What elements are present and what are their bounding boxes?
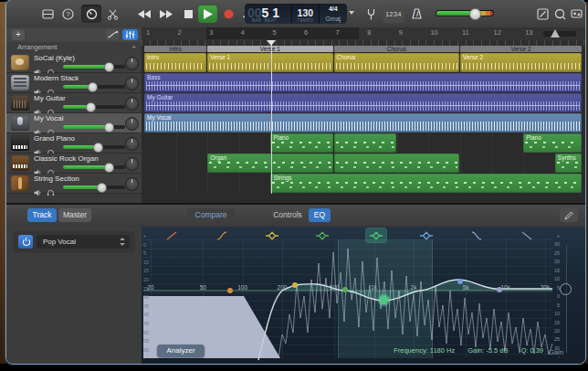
pan-knob[interactable] [125, 177, 139, 191]
library-button[interactable] [39, 5, 56, 23]
region[interactable]: Bass [144, 73, 582, 92]
compare-button[interactable]: Compare [187, 208, 235, 222]
bar-ruler[interactable]: 12345678910111213 [142, 27, 585, 40]
eq-band-3-button-peak[interactable] [262, 228, 282, 242]
track-header-row[interactable]: String Section [6, 174, 142, 194]
track-header-row[interactable]: SoCal (Kyle) [6, 53, 142, 73]
smart-controls-button[interactable] [81, 5, 101, 23]
track-volume-slider[interactable] [63, 165, 125, 169]
readout-gain[interactable]: Gain: -5.5 dB [467, 346, 508, 355]
volume-knob[interactable] [104, 122, 114, 132]
pan-knob[interactable] [125, 97, 139, 111]
gain-slider-track[interactable] [566, 245, 567, 353]
pan-knob[interactable] [125, 57, 139, 70]
master-volume-knob[interactable] [469, 8, 481, 20]
region[interactable]: Verse 1 [207, 53, 332, 72]
eq-band-6-button-peak[interactable] [416, 228, 436, 242]
forward-button[interactable] [157, 5, 175, 23]
zoom-slider-knob[interactable] [551, 29, 560, 37]
master-volume-slider[interactable] [436, 10, 494, 16]
volume-knob[interactable] [104, 163, 114, 173]
track-header-row[interactable]: My Guitar [6, 93, 142, 113]
track-volume-slider[interactable] [63, 65, 125, 69]
analyzer-toggle-button[interactable]: Analyzer [157, 344, 205, 357]
pan-knob[interactable] [125, 157, 139, 171]
count-in-button[interactable]: 1234 [383, 5, 404, 23]
lcd-key-section[interactable]: 4/4 Gmaj [320, 4, 347, 24]
track-header-row[interactable]: Modern Stack [6, 73, 142, 93]
eq-band-7-button-highshelf[interactable] [467, 228, 487, 242]
eq-band-handle[interactable] [342, 287, 348, 292]
gain-slider-knob[interactable] [560, 283, 572, 295]
pan-knob[interactable] [125, 137, 139, 151]
eq-band-4-button-peak[interactable] [312, 228, 332, 242]
arrangement-marker[interactable]: Verse 2 [460, 46, 582, 52]
stop-button[interactable] [180, 5, 196, 23]
record-button[interactable] [220, 5, 237, 23]
play-button[interactable] [198, 5, 217, 23]
track-mixer-button[interactable] [122, 29, 138, 40]
track-volume-slider[interactable] [63, 125, 125, 129]
track-header-row[interactable]: Classic Rock Organ [6, 154, 142, 174]
eq-band-handle[interactable] [457, 279, 463, 284]
rewind-button[interactable] [135, 5, 153, 23]
add-arrangement-marker-button[interactable]: + [132, 42, 136, 53]
readout-q[interactable]: Q: 0.39 [520, 346, 543, 355]
volume-knob[interactable] [97, 183, 107, 193]
volume-knob[interactable] [93, 143, 103, 153]
plugin-power-button[interactable] [18, 235, 33, 249]
tab-controls[interactable]: Controls [268, 208, 307, 222]
track-volume-slider[interactable] [63, 145, 125, 149]
volume-knob[interactable] [86, 102, 96, 112]
edit-plugins-button[interactable] [560, 208, 578, 222]
volume-knob[interactable] [104, 62, 114, 72]
lcd-display[interactable]: 005 1 BAR BEAT 130 TEMPO 4/4 Gmaj [245, 4, 347, 24]
zoom-slider[interactable] [543, 31, 576, 37]
lcd-mode-chevron-icon[interactable] [349, 11, 354, 15]
playhead-handle[interactable] [267, 40, 276, 46]
mute-button[interactable] [34, 184, 42, 200]
lcd-tempo-section[interactable]: 130 TEMPO [292, 4, 319, 24]
track-view-button[interactable]: Track [27, 208, 57, 222]
pan-knob[interactable] [125, 117, 139, 131]
preset-dropdown[interactable]: Pop Vocal [37, 235, 130, 249]
region[interactable]: Synths [555, 154, 582, 173]
solo-button[interactable] [47, 184, 55, 200]
pan-knob[interactable] [125, 77, 139, 90]
track-volume-slider[interactable] [63, 85, 125, 89]
track-header-row[interactable]: Grand Piano [6, 133, 142, 154]
tuner-button[interactable] [363, 5, 378, 23]
region[interactable]: Strings [270, 174, 582, 193]
arrangement-marker[interactable]: Intro [144, 46, 206, 52]
notepad-button[interactable] [534, 5, 551, 23]
lcd-position-section[interactable]: 005 1 BAR BEAT [245, 4, 292, 24]
eq-band-handle[interactable] [227, 288, 233, 293]
region[interactable] [334, 133, 396, 153]
master-view-button[interactable]: Master [58, 208, 91, 222]
add-track-button[interactable]: + [12, 29, 25, 40]
track-volume-slider[interactable] [63, 186, 125, 189]
region[interactable]: Intro [144, 53, 206, 72]
arrangement-marker[interactable]: Chorus [334, 46, 459, 52]
editors-button[interactable] [103, 5, 121, 23]
metronome-button[interactable] [408, 5, 425, 23]
arrangement-marker[interactable]: Verse 1 [207, 46, 332, 52]
region[interactable]: Piano [523, 133, 582, 153]
region[interactable]: Chorus [334, 53, 459, 72]
eq-selected-band-handle[interactable] [380, 296, 388, 304]
region[interactable]: My Guitar [144, 93, 582, 112]
region[interactable]: Piano [270, 133, 332, 153]
region[interactable]: My Vocal [144, 113, 582, 132]
track-volume-slider[interactable] [63, 105, 125, 109]
quick-help-button[interactable]: ? [59, 5, 76, 23]
volume-knob[interactable] [88, 82, 98, 92]
track-header-row[interactable]: My Vocal [6, 113, 142, 133]
automation-button[interactable] [105, 29, 120, 40]
playhead[interactable] [271, 40, 272, 194]
readout-frequency[interactable]: Frequency: 1180 Hz [394, 346, 455, 355]
eq-band-8-button-lowpass[interactable] [517, 228, 537, 242]
eq-band-1-button-highpass[interactable] [162, 228, 182, 242]
tab-eq[interactable]: EQ [309, 208, 331, 222]
region[interactable] [334, 154, 459, 173]
loop-browser-button[interactable] [552, 5, 568, 23]
